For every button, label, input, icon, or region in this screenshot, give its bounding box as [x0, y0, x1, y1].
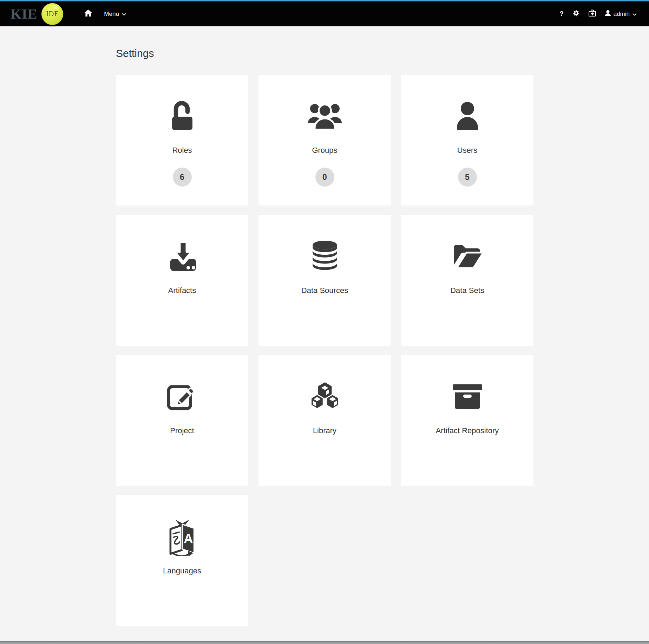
user-icon [456, 90, 479, 142]
top-navbar: KIE IDE Menu ? [0, 0, 649, 26]
card-count-badge: 6 [173, 168, 192, 187]
home-button[interactable]: Menu [78, 1, 132, 26]
page-title: Settings [116, 46, 533, 61]
card-label: Library [313, 426, 336, 435]
card-roles[interactable]: Roles 6 [116, 75, 248, 206]
card-languages[interactable]: A Languages [116, 495, 248, 626]
card-artifact-repository[interactable]: Artifact Repository [401, 355, 533, 486]
navbar-left: Menu [78, 1, 132, 26]
card-users[interactable]: Users 5 [401, 75, 533, 206]
card-project[interactable]: Project [116, 355, 248, 486]
user-menu[interactable]: admin [601, 1, 641, 26]
card-label: Data Sources [301, 286, 348, 295]
card-data-sets[interactable]: Data Sets [401, 215, 533, 346]
card-count-badge: 0 [315, 168, 334, 187]
bottom-bar [0, 641, 649, 644]
medkit-button[interactable] [584, 1, 601, 26]
card-label: Users [457, 146, 477, 155]
card-label: Artifact Repository [436, 426, 499, 435]
card-data-sources[interactable]: Data Sources [258, 215, 391, 346]
download-icon [166, 230, 199, 282]
brand-kie-text: KIE [11, 6, 37, 22]
archive-icon [453, 370, 482, 423]
card-label: Artifacts [168, 286, 196, 295]
card-library[interactable]: Library [258, 355, 391, 486]
brand-logo[interactable]: KIE IDE [11, 3, 63, 25]
language-icon: A [163, 510, 202, 563]
user-icon [605, 10, 611, 18]
help-button[interactable]: ? [555, 1, 568, 26]
settings-page: Settings Roles 6 Groups 0 Users 5 Artifa… [0, 26, 649, 626]
help-icon: ? [560, 10, 564, 18]
unlock-icon [171, 90, 193, 142]
card-groups[interactable]: Groups 0 [258, 75, 391, 206]
card-label: Project [170, 426, 194, 435]
svg-text:A: A [184, 532, 193, 546]
brand-ide-text: IDE [46, 10, 59, 18]
chevron-down-icon [632, 11, 637, 18]
database-icon [311, 230, 339, 282]
card-label: Languages [163, 566, 201, 575]
medkit-icon [589, 9, 596, 18]
users-icon [307, 90, 342, 142]
settings-grid: Roles 6 Groups 0 Users 5 Artifacts [116, 75, 533, 626]
card-label: Groups [312, 146, 337, 155]
menu-label: Menu [104, 11, 119, 18]
folder-open-icon [451, 230, 484, 282]
card-artifacts[interactable]: Artifacts [116, 215, 248, 346]
card-count-badge: 5 [458, 168, 477, 187]
settings-gear-button[interactable] [568, 1, 584, 26]
navbar-right: ? [555, 1, 641, 26]
user-name-label: admin [614, 11, 630, 18]
edit-icon [167, 370, 197, 423]
card-label: Data Sets [450, 286, 484, 295]
gear-icon [573, 10, 579, 18]
cubes-icon [307, 370, 342, 423]
home-icon [84, 9, 92, 18]
chevron-down-icon [122, 11, 126, 18]
brand-ide-badge: IDE [41, 3, 63, 25]
card-label: Roles [172, 146, 192, 155]
